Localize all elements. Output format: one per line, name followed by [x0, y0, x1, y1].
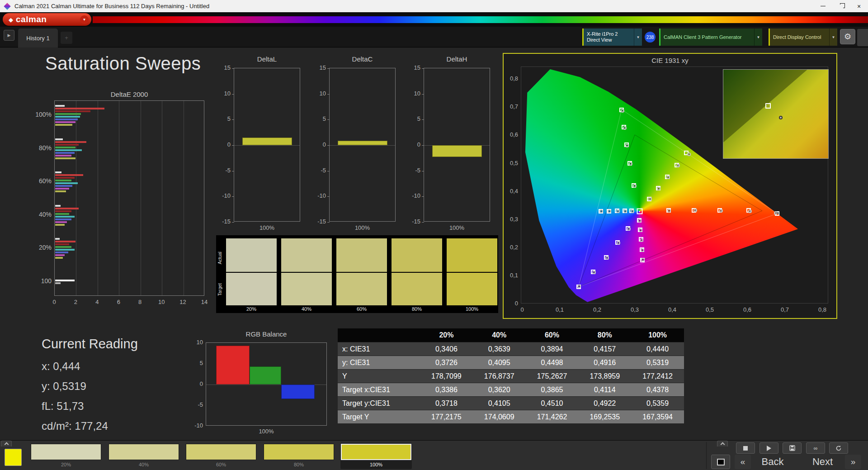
axis-tick-label: 60% — [28, 177, 52, 185]
deltae-bar — [55, 282, 61, 284]
column-header: 80% — [578, 328, 631, 342]
minimize-button[interactable] — [814, 0, 832, 12]
pattern-swatch — [341, 444, 411, 460]
deltae-bar — [55, 221, 67, 223]
axis-tick-label: 15 — [399, 64, 420, 71]
pattern-label: 60% — [185, 462, 257, 467]
tick-mark — [422, 119, 424, 120]
cell-value: 0,4510 — [526, 397, 579, 410]
refresh-button[interactable] — [829, 442, 848, 454]
stop-icon — [743, 446, 748, 451]
axis-tick-label: 0,6 — [497, 131, 518, 138]
cell-value: 0,4916 — [578, 356, 631, 369]
history-panel-toggle[interactable]: ▶ — [4, 30, 14, 41]
measured-point — [719, 209, 723, 213]
deltae-bar — [55, 157, 75, 159]
cell-value: 0,5359 — [631, 397, 684, 410]
cell-value: 167,3594 — [631, 410, 684, 423]
stop-button[interactable] — [736, 442, 755, 454]
cie-zoom-inset — [723, 69, 829, 159]
deltae-bar — [55, 243, 69, 245]
deltae-bar — [55, 108, 104, 109]
axis-tick-label: 5 — [182, 360, 203, 366]
axis-tick-label: 10 — [399, 90, 420, 97]
pattern-button-100%[interactable]: 100% — [340, 443, 412, 469]
measured-point — [748, 209, 752, 213]
pattern-button-60%[interactable]: 60% — [185, 443, 257, 469]
calman-logo-button[interactable]: ◆ calman ▼ — [3, 13, 91, 26]
axis-tick-label: 10 — [209, 90, 231, 97]
window-controls: × — [814, 0, 868, 12]
close-button[interactable]: × — [850, 0, 868, 12]
deltah-chart-title: DeltaH — [424, 55, 490, 63]
pattern-source-dropdown-arrow[interactable]: ▼ — [754, 28, 762, 46]
tick-mark — [327, 196, 330, 197]
cell-value: 178,7099 — [420, 370, 473, 383]
pattern-button-80%[interactable]: 80% — [263, 443, 335, 469]
column-header: 60% — [526, 328, 579, 342]
reading-fl: fL: 51,73 — [42, 400, 84, 413]
pattern-source-dropdown[interactable]: CalMAN Client 3 Pattern Generator ▼ — [659, 28, 762, 46]
axis-tick-label: 0,1 — [497, 272, 518, 279]
axis-tick-label: 0,3 — [497, 216, 518, 223]
pattern-button-20%[interactable]: 20% — [30, 443, 102, 469]
gridline — [184, 101, 184, 295]
logo-menu-arrow[interactable]: ▼ — [80, 15, 89, 24]
meter-count-badge: 238 — [645, 32, 656, 43]
cell-value: 174,0609 — [473, 410, 526, 423]
cell-value: 0,3639 — [473, 342, 526, 356]
meter-dropdown-arrow[interactable]: ▼ — [634, 28, 642, 46]
cell-value: 171,4262 — [526, 410, 579, 423]
cell-value: 0,3894 — [526, 342, 579, 356]
deltae-bar — [55, 105, 65, 107]
measured-point — [629, 162, 632, 166]
axis-tick-label: 0,6 — [738, 306, 756, 313]
pattern-swatch — [264, 444, 334, 460]
measured-point — [633, 184, 637, 188]
axis-tick-label: 5 — [304, 115, 326, 122]
deltac-x-label: 100% — [329, 224, 396, 231]
meter-dropdown[interactable]: X-Rite i1Pro 2 Direct View ▼ — [582, 28, 642, 46]
inset-target-square — [765, 103, 771, 109]
chevron-down-icon: ▼ — [83, 18, 86, 22]
pattern-button-40%[interactable]: 40% — [108, 443, 179, 469]
gear-icon: ⚙ — [844, 32, 851, 42]
deltae-bar — [55, 149, 82, 151]
actual-target-swatch-panel: Actual Target 20%40%60%80%100% — [216, 235, 498, 313]
actual-swatch — [447, 238, 497, 272]
cell-value: 0,4114 — [578, 383, 631, 396]
axis-tick-label: 0,4 — [663, 306, 681, 313]
axis-tick-label: 0,5 — [497, 160, 518, 166]
reading-cdm2: cd/m²: 177,24 — [42, 420, 108, 432]
deltae-bar — [55, 241, 75, 242]
chevron-down-icon: ▼ — [637, 35, 640, 39]
deltae-bar — [55, 257, 63, 259]
deltac-chart-plot — [329, 68, 396, 222]
restore-button[interactable] — [832, 0, 850, 12]
settings-button[interactable]: ⚙ — [840, 29, 855, 44]
axis-tick-label: -15 — [209, 218, 231, 225]
expand-panel-button-left[interactable] — [1, 441, 12, 446]
back-button[interactable]: Back — [752, 455, 793, 469]
deltae-bar — [55, 210, 71, 212]
toolbar-overflow-button[interactable] — [857, 29, 868, 46]
display-control-dropdown[interactable]: Direct Display Control ▼ — [769, 28, 837, 46]
green-bar — [250, 366, 281, 385]
axis-tick-label: 0 — [513, 306, 531, 313]
tab-history-1[interactable]: History 1 — [18, 28, 58, 47]
rgb-balance-chart-title: RGB Balance — [206, 330, 327, 338]
play-button[interactable] — [760, 442, 778, 454]
expand-panel-button-right[interactable] — [717, 441, 728, 446]
current-pattern-color-tile[interactable] — [5, 449, 22, 466]
continuous-measure-button[interactable]: ∞ — [806, 442, 825, 454]
next-button[interactable]: Next — [801, 455, 844, 469]
deltae-bar — [55, 110, 90, 112]
tick-mark — [232, 222, 234, 223]
back-chevron-button[interactable]: « — [735, 455, 751, 469]
pattern-window-button[interactable] — [711, 455, 730, 469]
display-control-dropdown-arrow[interactable]: ▼ — [829, 28, 837, 46]
deltae-bar — [55, 208, 79, 209]
new-tab-button[interactable]: + — [61, 32, 72, 44]
save-button[interactable] — [783, 442, 802, 454]
next-chevron-button[interactable]: » — [845, 455, 861, 469]
